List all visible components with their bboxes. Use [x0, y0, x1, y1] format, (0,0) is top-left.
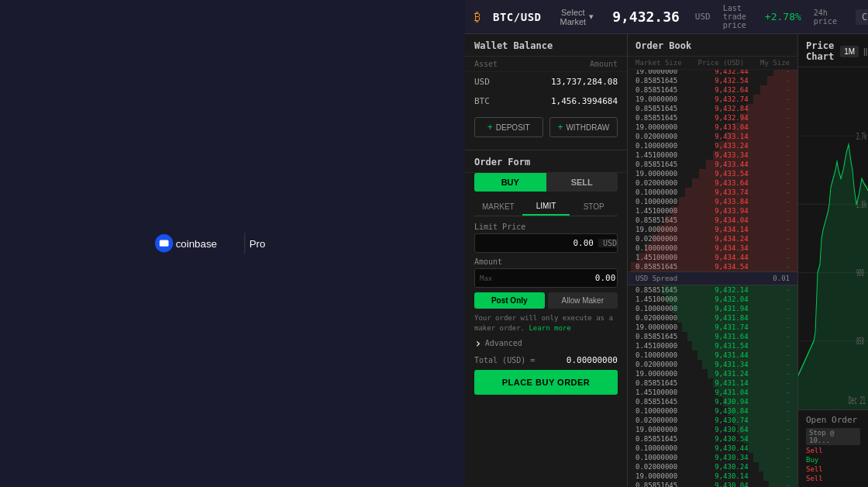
- ask-row: 0.85851645 9,433.44 -: [628, 160, 797, 169]
- svg-text:2.7k: 2.7k: [856, 130, 866, 141]
- ask-row: 19.0000000 9,433.54 -: [628, 169, 797, 178]
- change-period: 24h price: [814, 9, 837, 26]
- stop-tab[interactable]: STOP: [570, 198, 618, 216]
- place-buy-order-button[interactable]: PLACE BUY ORDER: [474, 370, 618, 395]
- buy-tab[interactable]: BUY: [474, 173, 546, 192]
- price-chart-svg: Dec 21 2.7k 1.8k 900 850: [798, 67, 868, 409]
- chart-header: Price Chart 1M |||Can: [798, 34, 868, 67]
- bid-row: 0.10000000 9,431.94 -: [628, 304, 797, 313]
- bid-size: 1.45100000: [636, 342, 677, 350]
- amount-input-row: Max BTC: [474, 268, 618, 288]
- spread-row: USD Spread 0.01: [628, 271, 797, 285]
- spread-label: USD Spread: [636, 275, 677, 282]
- btc-amount: 1,456.3994684: [551, 96, 618, 106]
- bid-row: 0.10000000 9,431.44 -: [628, 351, 797, 360]
- market-tab[interactable]: MARKET: [474, 198, 522, 216]
- post-only-button[interactable]: Post Only: [474, 292, 545, 309]
- limit-price-label: Limit Price: [474, 223, 618, 231]
- ask-size: 1.45100000: [636, 151, 677, 159]
- wallet-actions: + DEPOSIT + WITHDRAW: [465, 111, 627, 143]
- open-orders-section: Open Order Stop @ 10... Sell Buy: [798, 409, 868, 487]
- bid-size: 0.10000000: [636, 407, 677, 415]
- post-only-allow-maker: Post Only Allow Maker: [474, 292, 618, 309]
- ask-row: 0.85851645 9,432.54 -: [628, 76, 797, 85]
- chart-title: Price Chart: [806, 40, 834, 62]
- ask-size: 19.0000000: [636, 95, 677, 103]
- ask-price: 9,432.74: [715, 95, 748, 103]
- order-type-tabs: MARKET LIMIT STOP: [474, 198, 618, 216]
- amount-header: Amount: [590, 60, 618, 68]
- chart-tab-label: Chart: [856, 9, 868, 25]
- ask-row: 0.85851645 9,434.04 -: [628, 216, 797, 225]
- ask-price: 9,432.84: [715, 105, 748, 112]
- learn-more-link[interactable]: Learn more: [529, 324, 570, 332]
- stop-order-label: Stop @ 10...: [806, 428, 860, 445]
- withdraw-label: WITHDRAW: [566, 123, 609, 132]
- timeframe-1m-button[interactable]: 1M: [840, 46, 859, 57]
- my-size-header: My Size: [760, 59, 790, 67]
- ask-size: 0.02000000: [636, 133, 677, 140]
- limit-price-input[interactable]: [475, 234, 598, 252]
- bid-row: 0.85851645 9,430.94 -: [628, 397, 797, 406]
- select-market-button[interactable]: Select Market ▾: [554, 5, 601, 29]
- ask-size: 0.85851645: [636, 105, 677, 112]
- chart-column: Price Chart 1M |||Can: [798, 34, 868, 487]
- bid-size: 0.85851645: [636, 379, 677, 387]
- wallet-section: Wallet Balance Asset Amount USD 13,737,2…: [465, 34, 627, 150]
- bid-row: 0.02000000 9,430.74 -: [628, 416, 797, 425]
- amount-hint: Max: [475, 275, 497, 282]
- deposit-button[interactable]: + DEPOSIT: [474, 117, 543, 137]
- bid-size: 0.85851645: [636, 333, 677, 340]
- sell-order-label-1: Sell: [806, 447, 823, 454]
- bid-size: 0.85851645: [636, 435, 677, 443]
- bid-row: 19.0000000 9,431.74 -: [628, 323, 797, 332]
- ask-size: 19.0000000: [636, 123, 677, 131]
- ask-row: 0.10000000 9,433.24 -: [628, 141, 797, 150]
- bid-row: 0.10000000 9,430.44 -: [628, 444, 797, 453]
- limit-price-field: Limit Price USD: [474, 223, 618, 253]
- timeframe-can-button[interactable]: |||Can: [863, 47, 868, 56]
- bid-size: 0.10000000: [636, 351, 677, 359]
- ask-size: 0.85851645: [636, 161, 677, 168]
- sell-tab[interactable]: SELL: [546, 173, 618, 192]
- plus-icon: +: [487, 122, 493, 133]
- select-market-label: Select Market: [560, 8, 587, 26]
- ask-row: 19.0000000 9,432.74 -: [628, 95, 797, 104]
- btc-icon: ₿: [474, 9, 480, 24]
- top-bar: ₿ BTC/USD Select Market ▾ 9,432.36 USD L…: [465, 0, 868, 34]
- bid-row: 19.0000000 9,430.64 -: [628, 425, 797, 434]
- order-book-column-headers: Market Size Price (USD) My Size: [628, 57, 797, 70]
- last-trade-label: Last trade price: [723, 4, 746, 29]
- open-orders-list: Stop @ 10... Sell Buy Sell Sell: [806, 428, 860, 482]
- svg-rect-1: [160, 240, 169, 247]
- amount-input[interactable]: [497, 269, 618, 287]
- chart-area: Dec 21 2.7k 1.8k 900 850 Open Order Stop: [798, 67, 868, 487]
- withdraw-button[interactable]: + WITHDRAW: [549, 117, 618, 137]
- info-text: Your order will only execute as a maker …: [474, 313, 618, 333]
- ask-size: 0.10000000: [636, 142, 677, 150]
- usd-amount: 13,737,284.08: [551, 77, 618, 87]
- svg-text:1.8k: 1.8k: [856, 199, 866, 209]
- bid-row: 0.10000000 9,430.34 -: [628, 453, 797, 462]
- bid-row: 0.02000000 9,431.84 -: [628, 313, 797, 323]
- bid-size: 0.02000000: [636, 463, 677, 471]
- ask-row: 19.0000000 9,432.44 -: [628, 70, 797, 76]
- btc-asset-label: BTC: [474, 96, 490, 106]
- bid-price: 9,430.04: [715, 482, 748, 487]
- ask-size: 0.85851645: [636, 86, 677, 94]
- limit-price-input-row: USD: [474, 233, 618, 253]
- bid-row: 0.85851645 9,432.14 -: [628, 285, 797, 295]
- open-orders-title: Open Order: [806, 415, 857, 425]
- ask-row: 0.02000000 9,434.24 -: [628, 234, 797, 244]
- open-orders-header: Open Order: [806, 415, 860, 425]
- ask-row: 0.10000000 9,433.84 -: [628, 197, 797, 206]
- svg-text:Dec 21: Dec 21: [849, 395, 866, 406]
- limit-tab[interactable]: LIMIT: [522, 198, 570, 216]
- bid-row: 0.02000000 9,431.34 -: [628, 360, 797, 369]
- allow-maker-button[interactable]: Allow Maker: [548, 292, 618, 309]
- bid-size: 19.0000000: [636, 323, 677, 331]
- price-header: Price (USD): [698, 59, 745, 67]
- advanced-row[interactable]: › Advanced: [474, 336, 618, 351]
- ask-row: 19.0000000 9,433.04 -: [628, 123, 797, 132]
- ask-row: 1.45100000 9,433.94 -: [628, 206, 797, 216]
